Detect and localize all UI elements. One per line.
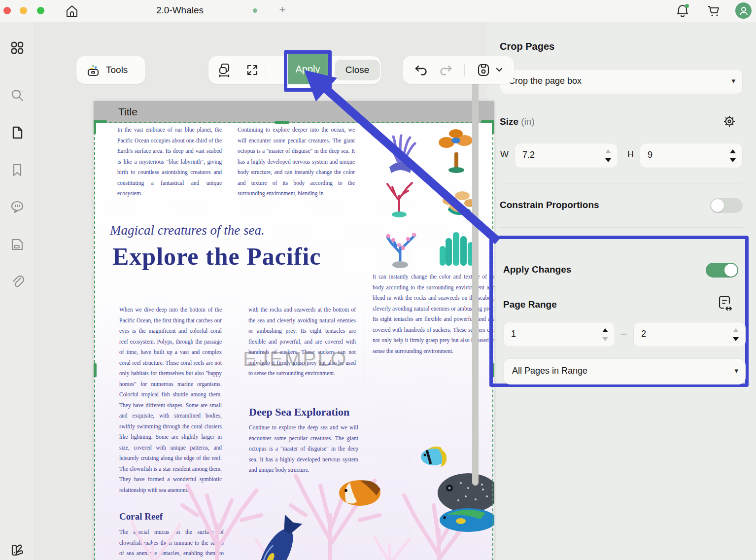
save-button[interactable] <box>476 63 503 77</box>
height-field[interactable]: 9 <box>640 143 743 168</box>
stepper-up-icon[interactable] <box>602 328 608 332</box>
page-title-block: Title <box>94 101 494 123</box>
apply-button[interactable]: Apply <box>288 54 328 84</box>
document-viewport: Title <box>34 22 486 560</box>
crop-pages-icon <box>217 62 234 78</box>
zoom-window-button[interactable] <box>37 7 44 14</box>
range-from-stepper[interactable] <box>602 327 609 343</box>
width-stepper[interactable] <box>605 148 612 164</box>
range-dash: – <box>621 328 626 339</box>
width-field[interactable]: 7.2 <box>515 143 618 168</box>
sidebar-item-comments[interactable] <box>7 197 28 217</box>
expand-button[interactable] <box>239 56 266 84</box>
size-settings-button[interactable] <box>722 114 738 130</box>
notifications-button[interactable] <box>675 3 690 18</box>
sidebar-item-attachments[interactable] <box>7 271 28 292</box>
apply-changes-toggle[interactable] <box>706 263 738 278</box>
redo-button[interactable] <box>439 63 453 77</box>
stepper-down-icon[interactable] <box>605 158 611 162</box>
grid-icon <box>10 40 25 55</box>
bookmark-icon <box>10 163 25 177</box>
range-to-field[interactable]: 2 <box>633 322 746 347</box>
width-value[interactable]: 7.2 <box>522 150 535 160</box>
expand-icon <box>245 63 260 77</box>
caret-down-icon: ▾ <box>734 366 738 375</box>
crop-handle-top[interactable] <box>275 121 289 124</box>
minimize-window-button[interactable] <box>20 7 27 14</box>
sidebar-item-search[interactable] <box>7 85 28 105</box>
crop-marquee[interactable] <box>94 122 493 560</box>
stepper-down-icon[interactable] <box>730 158 736 162</box>
panel-divider <box>500 227 743 228</box>
stepper-down-icon[interactable] <box>602 337 608 341</box>
height-stepper[interactable] <box>730 148 737 164</box>
person-icon <box>738 5 749 16</box>
cart-icon <box>706 3 721 18</box>
window-titlebar: 2.0-Whales + <box>0 0 756 22</box>
width-label: W <box>500 149 509 160</box>
tools-label: Tools <box>106 65 128 75</box>
watermark-text: EJEMPLO <box>243 348 347 371</box>
size-label: Size (in) <box>500 116 535 127</box>
close-button[interactable]: Close <box>335 60 380 80</box>
undo-button[interactable] <box>414 63 428 77</box>
left-sidebar <box>0 22 34 560</box>
home-button[interactable] <box>64 3 80 19</box>
stepper-up-icon[interactable] <box>730 149 736 153</box>
size-label-text: Size <box>500 116 518 127</box>
gear-icon <box>722 114 737 129</box>
annotation-highlight-apply: Apply <box>284 50 332 92</box>
caret-down-icon: ▾ <box>731 76 735 85</box>
crop-handle-top-right[interactable] <box>492 120 494 134</box>
panel-divider <box>500 183 743 183</box>
crop-box-dropdown-value: Crop the page box <box>509 76 582 86</box>
stepper-down-icon[interactable] <box>733 337 739 341</box>
panel-title: Crop Pages <box>500 41 554 52</box>
store-button[interactable] <box>706 3 721 18</box>
page-range-picker-button[interactable] <box>718 294 733 312</box>
crop-size-button[interactable] <box>212 56 239 84</box>
toggle-knob <box>724 264 737 277</box>
redo-icon <box>439 63 453 77</box>
toggle-knob <box>711 199 724 212</box>
paperclip-icon <box>10 274 25 289</box>
tools-button[interactable]: Tools <box>76 56 145 84</box>
range-from-field[interactable]: 1 <box>503 322 615 347</box>
pdf-page[interactable]: Title <box>94 101 494 560</box>
account-avatar[interactable] <box>735 2 752 19</box>
stepper-up-icon[interactable] <box>733 328 739 332</box>
toolbar-divider <box>266 64 266 76</box>
range-to-value[interactable]: 2 <box>641 329 646 339</box>
range-from-value[interactable]: 1 <box>511 329 516 339</box>
sidebar-item-annotations[interactable] <box>7 234 28 255</box>
new-tab-button[interactable]: + <box>276 3 289 16</box>
comment-icon <box>9 199 25 215</box>
swatches-icon <box>9 542 25 558</box>
stepper-up-icon[interactable] <box>605 149 611 153</box>
notification-badge <box>685 4 689 8</box>
chevron-down-icon[interactable] <box>496 68 503 72</box>
crop-handle-left[interactable] <box>94 363 97 377</box>
page-title-text: Title <box>118 106 137 118</box>
crop-handle-top-left[interactable] <box>94 120 96 134</box>
page-range-icon <box>718 294 733 312</box>
crop-box-dropdown[interactable]: Crop the page box ▾ <box>500 69 743 94</box>
vertical-scrollbar[interactable] <box>472 74 479 486</box>
undo-icon <box>414 63 428 77</box>
close-window-button[interactable] <box>3 7 11 14</box>
sidebar-item-swatches[interactable] <box>7 539 28 560</box>
apply-changes-label: Apply Changes <box>503 264 571 275</box>
height-value[interactable]: 9 <box>648 150 653 160</box>
pages-subset-dropdown[interactable]: All Pages in Range ▾ <box>503 358 746 385</box>
constrain-proportions-toggle[interactable] <box>710 198 743 213</box>
sidebar-item-bookmarks[interactable] <box>7 160 28 180</box>
sidebar-item-page-thumbnails[interactable] <box>7 122 28 143</box>
tab-modified-dot <box>253 8 257 13</box>
range-to-stepper[interactable] <box>733 327 740 343</box>
sidebar-item-apps[interactable] <box>7 37 28 58</box>
history-toolbar <box>403 56 514 84</box>
save-icon <box>476 63 491 77</box>
tab-title[interactable]: 2.0-Whales <box>138 5 222 16</box>
annotation-highlight-panel: Apply Changes Page Range 1 – 2 All Pages… <box>489 236 749 387</box>
crop-pages-panel: Crop Pages Crop the page box ▾ Size (in)… <box>486 22 756 560</box>
